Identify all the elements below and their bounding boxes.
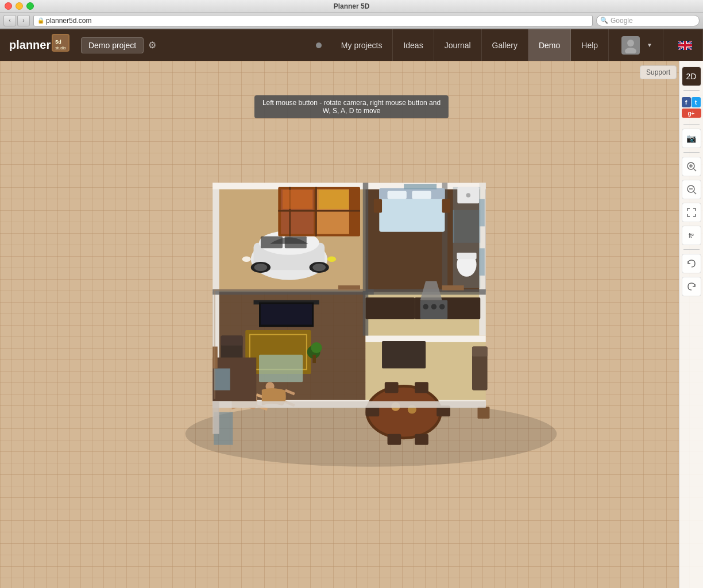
svg-rect-107: [214, 290, 215, 399]
svg-rect-87: [388, 191, 407, 199]
logo-badge-text: 5d: [55, 39, 61, 45]
undo-button[interactable]: [682, 254, 701, 273]
facebook-share-button[interactable]: f: [682, 97, 691, 107]
svg-rect-62: [214, 369, 230, 390]
search-icon: 🔍: [600, 17, 608, 24]
status-dot: [316, 42, 322, 48]
floorplan-svg: [46, 95, 674, 565]
title-bar: Planner 5D: [0, 0, 703, 13]
app-container: planner 5d studio Demo project ⚙ My proj…: [0, 29, 703, 588]
nav-item-demo[interactable]: Demo: [528, 29, 571, 61]
svg-rect-83: [472, 347, 488, 357]
svg-rect-99: [479, 199, 485, 227]
svg-point-96: [466, 193, 471, 198]
floor-plan-view[interactable]: [46, 95, 674, 565]
svg-rect-76: [388, 434, 401, 445]
window-buttons[interactable]: [5, 2, 34, 10]
svg-point-34: [242, 257, 251, 262]
nav-avatar-area[interactable]: ▼: [609, 29, 663, 61]
right-sidebar: 2D f t g+ 📷: [679, 61, 703, 588]
fullscreen-button[interactable]: [682, 203, 701, 222]
svg-rect-66: [382, 341, 426, 369]
tooltip-bar: Left mouse button - rotate camera, right…: [254, 95, 449, 118]
user-avatar: [621, 36, 640, 55]
svg-point-0: [627, 40, 634, 47]
zoom-in-button[interactable]: [682, 157, 701, 176]
nav-item-myprojects[interactable]: My projects: [331, 29, 393, 61]
project-name[interactable]: Demo project: [81, 37, 144, 53]
svg-rect-29: [285, 236, 307, 248]
svg-rect-10: [678, 44, 692, 47]
minimize-button[interactable]: [16, 2, 23, 10]
mode-2d-button[interactable]: 2D: [682, 67, 701, 86]
nav-label-help: Help: [581, 41, 598, 50]
logo-subbadge: studio: [55, 46, 66, 50]
svg-rect-42: [283, 190, 312, 209]
svg-rect-88: [412, 191, 431, 199]
svg-rect-100: [479, 248, 485, 276]
nav-label-demo: Demo: [539, 41, 560, 50]
svg-rect-48: [259, 355, 303, 382]
googleplus-icon: g+: [688, 110, 695, 117]
svg-rect-84: [478, 407, 490, 419]
search-bar[interactable]: 🔍 Google: [596, 15, 700, 26]
svg-rect-94: [457, 253, 476, 259]
nav-item-ideas[interactable]: Ideas: [393, 29, 434, 61]
nav-item-journal[interactable]: Journal: [434, 29, 482, 61]
svg-rect-106: [214, 289, 365, 291]
nav-item-gallery[interactable]: Gallery: [482, 29, 528, 61]
svg-rect-68: [420, 300, 448, 319]
svg-rect-43: [319, 190, 349, 209]
nav-label-ideas: Ideas: [403, 41, 423, 50]
svg-rect-102: [442, 285, 464, 291]
svg-point-35: [327, 257, 336, 262]
back-button[interactable]: ‹: [3, 15, 16, 26]
svg-line-113: [694, 192, 696, 194]
forward-button[interactable]: ›: [17, 15, 30, 26]
units-label: ft²: [689, 233, 694, 239]
support-label: Support: [646, 68, 670, 76]
units-button[interactable]: ft²: [682, 226, 701, 245]
nav-item-help[interactable]: Help: [571, 29, 609, 61]
twitter-share-button[interactable]: t: [692, 97, 701, 107]
redo-icon: [686, 281, 697, 292]
svg-rect-79: [415, 382, 428, 393]
svg-rect-28: [261, 236, 283, 248]
logo[interactable]: planner 5d studio: [9, 38, 69, 52]
tooltip-line2: W, S, A, D to move: [262, 107, 441, 115]
support-button[interactable]: Support: [640, 65, 677, 79]
googleplus-share-button[interactable]: g+: [682, 109, 701, 118]
maximize-button[interactable]: [26, 2, 34, 10]
svg-rect-104: [213, 401, 486, 408]
separator-4: [683, 249, 700, 250]
zoom-in-icon: [686, 161, 697, 172]
camera-icon: 📷: [686, 134, 696, 143]
zoom-out-icon: [686, 184, 697, 195]
settings-icon[interactable]: ⚙: [148, 40, 156, 51]
screenshot-button[interactable]: 📷: [682, 129, 701, 148]
os-chrome: Planner 5D ‹ › 🔒 planner5d.com 🔍 Google: [0, 0, 703, 29]
svg-rect-98: [453, 210, 454, 243]
nav-flag[interactable]: [663, 29, 703, 61]
svg-point-71: [439, 304, 445, 310]
svg-point-33: [312, 264, 326, 271]
url-bar[interactable]: 🔒 planner5d.com: [33, 15, 593, 26]
nav-label-gallery: Gallery: [492, 41, 517, 50]
close-button[interactable]: [5, 2, 12, 10]
language-flag: [678, 41, 692, 50]
redo-button[interactable]: [682, 277, 701, 296]
zoom-out-button[interactable]: [682, 180, 701, 199]
project-name-text: Demo project: [88, 41, 136, 50]
svg-point-1: [625, 48, 636, 53]
search-placeholder: Google: [611, 17, 633, 25]
svg-line-109: [694, 169, 696, 171]
lock-icon: 🔒: [37, 17, 44, 24]
twitter-icon: t: [695, 99, 697, 106]
svg-rect-105: [213, 401, 219, 434]
svg-rect-54: [261, 304, 312, 324]
facebook-icon: f: [685, 99, 687, 106]
separator-2: [683, 124, 700, 125]
avatar-dropdown-icon: ▼: [647, 42, 652, 48]
nav-buttons[interactable]: ‹ ›: [3, 15, 30, 26]
address-bar: ‹ › 🔒 planner5d.com 🔍 Google: [0, 13, 703, 29]
